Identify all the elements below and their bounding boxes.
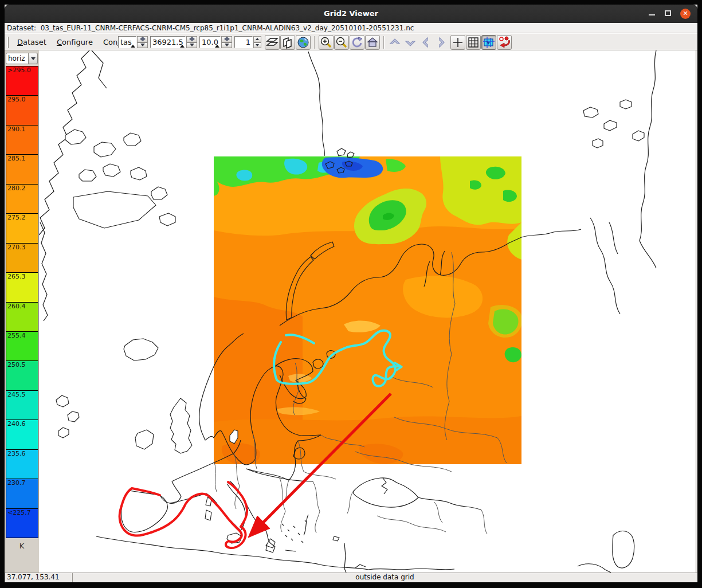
step-up-button[interactable]: [387, 36, 402, 49]
time-input[interactable]: 36921.5: [150, 36, 186, 48]
colorbar: >295.0 295.0 290.1 285.1 280.2 275.2 270…: [6, 66, 38, 538]
time-down-button: [186, 42, 197, 49]
step-down-button[interactable]: [403, 36, 418, 49]
toolbar-separator-2: [383, 36, 385, 49]
add-button[interactable]: [450, 35, 465, 50]
time-slide-buttons: [186, 36, 197, 42]
maximize-button[interactable]: [665, 10, 671, 16]
grid-button[interactable]: [466, 35, 481, 50]
colorbar-cell: 250.5: [6, 361, 38, 390]
dataset-filename: 03_tas_EUR-11_CNRM-CERFACS-CNRM-CM5_rcp8…: [41, 24, 414, 32]
grid2-viewer-window: Grid2 Viewer ✕ Dataset: 03_tas_EUR-11_CN…: [5, 5, 697, 582]
zoom-in-button[interactable]: [319, 35, 334, 50]
step-left-button[interactable]: [418, 36, 433, 49]
variable-input[interactable]: tas: [118, 36, 136, 48]
colorbar-cell: 275.2: [6, 214, 38, 243]
variable-spinner[interactable]: [137, 36, 148, 48]
colorbar-cell: 285.1: [6, 155, 38, 184]
colorbar-cell: <225.7: [6, 509, 38, 538]
chevron-left-icon: [419, 36, 433, 49]
colorbar-cell-label: 290.1: [7, 126, 26, 133]
grid-status-message: outside data grid: [72, 573, 697, 582]
colorbar-cell-label: 230.7: [7, 479, 26, 487]
toolbar: Dataset Configure Controls tas 36921.5 1…: [5, 33, 697, 50]
colorbar-cell: 270.3: [6, 244, 38, 273]
frame-down-button: [253, 42, 261, 49]
colorbar-cell: 245.5: [6, 391, 38, 420]
colorbar-cell-label: 240.6: [7, 420, 26, 428]
toolbar-separator: [314, 36, 315, 49]
probe-button[interactable]: [497, 35, 512, 50]
horizontal-slice-button[interactable]: [265, 35, 280, 50]
step-right-button[interactable]: [434, 36, 449, 49]
close-button[interactable]: ✕: [680, 9, 691, 19]
colorbar-cell-label: 280.2: [7, 185, 26, 192]
data-grid-icon: [483, 36, 495, 49]
time-spinner[interactable]: [186, 36, 197, 48]
colorbar-cell-label: >295.0: [7, 66, 31, 74]
reset-rotation-button[interactable]: [350, 35, 364, 50]
home-icon: [366, 36, 379, 49]
colorbar-cell-label: 235.6: [7, 450, 26, 457]
colorbar-cell: 290.1: [6, 126, 38, 155]
frame-input[interactable]: 1: [234, 36, 253, 48]
view-selector-dropdown-button[interactable]: [29, 53, 38, 64]
minimize-button[interactable]: [649, 14, 655, 15]
status-bar: 37.077, 153.41 outside data grid: [5, 573, 697, 582]
map-svg[interactable]: [39, 50, 695, 573]
zoom-in-icon: [320, 36, 332, 49]
zoom-out-button[interactable]: [334, 35, 349, 50]
horizontal-slice-icon: [266, 36, 279, 49]
colorbar-cell: 280.2: [6, 185, 38, 214]
level-down-button: [221, 42, 232, 49]
colorbar-cell-label: 270.3: [7, 244, 26, 251]
dataset-bar: Dataset: 03_tas_EUR-11_CNRM-CERFACS-CNRM…: [5, 23, 697, 33]
zoom-out-icon: [335, 36, 348, 49]
level-spinner[interactable]: [221, 36, 232, 48]
colorbar-units: K: [5, 542, 39, 550]
view-selector-value: horiz: [6, 53, 29, 64]
colorbar-cell-label: <225.7: [7, 509, 31, 516]
view-selector[interactable]: horiz: [6, 53, 38, 64]
colorbar-cell: 265.3: [6, 273, 38, 302]
probe-icon: [498, 36, 511, 49]
frame-stepper[interactable]: [253, 36, 261, 48]
colorbar-cell: >295.0: [6, 66, 38, 96]
colorbar-cell: 295.0: [6, 96, 38, 125]
dataset-label: Dataset:: [7, 24, 36, 32]
level-slide-buttons: [221, 36, 232, 42]
colorbar-cell-label: 295.0: [7, 96, 26, 103]
colorbar-cell-label: 260.4: [7, 303, 26, 310]
toolbar-grip[interactable]: [7, 37, 9, 48]
map-canvas[interactable]: [39, 50, 695, 573]
chevron-down-icon: [403, 36, 417, 49]
level-input[interactable]: 10.0: [199, 36, 221, 48]
colorbar-cell-label: 275.2: [7, 214, 26, 221]
vertical-slice-button[interactable]: [280, 35, 295, 50]
colorbar-cell: 255.4: [6, 332, 38, 361]
colorbar-cell-label: 250.5: [7, 361, 26, 369]
globe-icon: [297, 36, 309, 49]
grid-icon: [467, 36, 480, 49]
colorbar-cell-label: 245.5: [7, 391, 26, 398]
colorbar-cell: 260.4: [6, 303, 38, 332]
sidebar: horiz >295.0 295.0 290.1 285.1 280.2 275…: [5, 50, 39, 573]
colorbar-cell-label: 255.4: [7, 332, 26, 339]
variable-slide-buttons: [137, 36, 148, 42]
vertical-slice-icon: [281, 36, 294, 49]
window-title: Grid2 Viewer: [5, 9, 697, 18]
data-grid-button[interactable]: [481, 35, 496, 50]
chevron-right-icon: [434, 36, 448, 49]
colorbar-cell-label: 285.1: [7, 155, 26, 162]
colorbar-cell: 240.6: [6, 420, 38, 449]
menu-dataset[interactable]: Dataset: [13, 36, 51, 49]
colorbar-cell: 230.7: [6, 479, 38, 508]
titlebar[interactable]: Grid2 Viewer ✕: [5, 5, 697, 23]
home-view-button[interactable]: [365, 35, 380, 50]
dropdown-arrow-icon: [31, 57, 36, 60]
rotate-icon: [351, 36, 363, 49]
menu-configure[interactable]: Configure: [52, 36, 97, 49]
screen: Grid2 Viewer ✕ Dataset: 03_tas_EUR-11_CN…: [0, 0, 702, 588]
globe-button[interactable]: [296, 35, 311, 50]
plus-icon: [452, 36, 464, 49]
